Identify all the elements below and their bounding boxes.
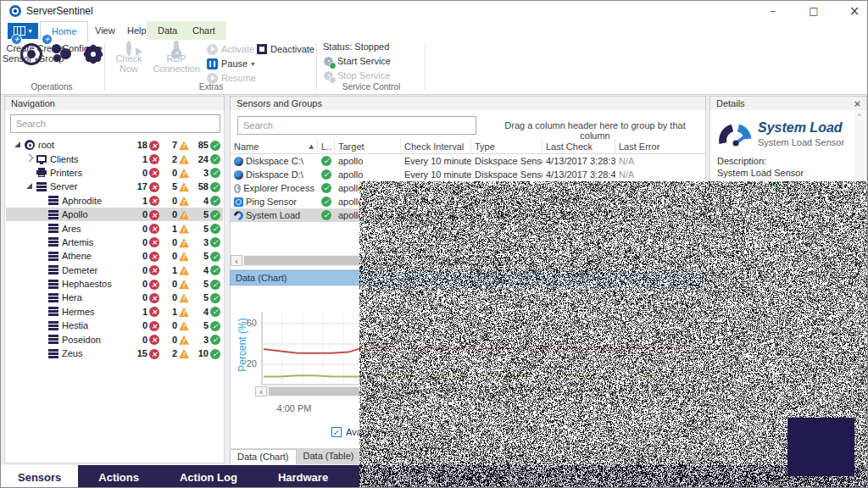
tree-item-athene[interactable]: Athene005 <box>6 249 223 263</box>
legend-item-available-memory[interactable]: Available Memory (%) <box>331 427 437 437</box>
tree-item-aphrodite[interactable]: Aphrodite104 <box>6 194 223 208</box>
tree-item-label: Aphrodite <box>60 196 102 206</box>
sensor-name-cell: Diskspace D:\ <box>231 169 318 180</box>
expanded-arrow-icon[interactable] <box>23 184 35 189</box>
scroll-left-button[interactable]: ‹ <box>231 255 242 266</box>
tree-item-printers[interactable]: Printers003 <box>6 166 223 180</box>
ok-count: 5 <box>192 279 209 289</box>
ok-icon <box>210 334 220 345</box>
tree-item-hestia[interactable]: Hestia005 <box>6 319 223 332</box>
tree-item-hephaestos[interactable]: Hephaestos005 <box>6 277 223 291</box>
close-button[interactable]: × <box>842 3 867 19</box>
minimize-button[interactable]: – <box>760 3 786 19</box>
warning-count: 0 <box>162 209 177 219</box>
activate-button[interactable]: Activate <box>207 43 254 55</box>
cell: Every 10 minute(s) <box>401 197 471 207</box>
error-icon <box>149 236 159 247</box>
tree-item-demeter[interactable]: Demeter014 <box>6 263 223 277</box>
checkbox-checked-icon[interactable] <box>331 427 342 437</box>
warning-icon <box>179 251 189 261</box>
error-icon <box>149 195 159 206</box>
table-row[interactable]: Ping SensorapolloEvery 10 minute(s)Ping … <box>231 195 705 208</box>
tree-item-label: Printers <box>48 168 82 178</box>
chart-scroll-left-button[interactable]: ‹ <box>255 386 267 396</box>
server-icon <box>47 210 60 219</box>
cell: Every 10 minute(s) <box>401 183 471 193</box>
rdp-connection-button[interactable]: × RDP Connection <box>150 43 203 74</box>
horizontal-scrollbar[interactable] <box>242 255 705 266</box>
warning-count: 1 <box>162 224 177 234</box>
close-icon[interactable]: × <box>854 97 861 111</box>
column-header-last-result[interactable]: L.. <box>318 139 335 153</box>
warning-icon <box>179 292 189 302</box>
check-now-button[interactable]: Check Now <box>109 43 148 74</box>
scrollbar-thumb[interactable] <box>269 387 701 396</box>
expanded-arrow-icon[interactable] <box>11 142 23 147</box>
tree-item-zeus[interactable]: Zeus15210 <box>6 347 223 360</box>
cell: Diskspace Sensor <box>471 169 542 180</box>
table-row[interactable]: Explorer ProcessapolloEvery 10 minute(s)… <box>231 181 705 195</box>
tree-item-clients[interactable]: Clients1224 <box>6 152 223 165</box>
error-count: 17 <box>127 181 147 191</box>
tree-item-artemis[interactable]: Artemis003 <box>6 236 223 249</box>
warning-icon <box>179 196 189 206</box>
navigation-panel: root18785Clients1224Printers003Server175… <box>4 110 225 463</box>
warning-count: 0 <box>162 292 177 302</box>
chart-horizontal-scrollbar[interactable] <box>267 386 704 396</box>
details-panel-header: Details × <box>709 96 867 111</box>
y-tick-20: 20 <box>242 358 257 369</box>
column-header-target[interactable]: Target <box>335 139 401 153</box>
tab-data-table[interactable]: Data (Table) <box>297 449 361 464</box>
column-header-type[interactable]: Type <box>471 139 542 153</box>
ok-icon <box>210 279 220 290</box>
tree-item-ares[interactable]: Ares015 <box>6 221 223 235</box>
column-header-last-check[interactable]: Last Check <box>542 139 615 153</box>
bottom-tab-actions[interactable]: Actions <box>78 465 159 488</box>
details-scrollbar[interactable]: ^ <box>854 112 865 454</box>
cell: System Load Sensor <box>471 210 542 220</box>
tree-item-apollo[interactable]: Apollo005 <box>6 208 223 221</box>
ok-count: 4 <box>192 265 209 275</box>
sensors-search-input[interactable] <box>237 116 476 135</box>
start-service-button[interactable]: Start Service <box>323 55 391 67</box>
configure-button[interactable]: Configure <box>60 43 104 53</box>
server-icon <box>47 237 60 247</box>
collapsed-arrow-icon[interactable] <box>23 157 35 161</box>
warning-count: 7 <box>162 140 177 150</box>
corrupted-overlay-block <box>787 418 854 476</box>
tree-item-hera[interactable]: Hera005 <box>6 291 223 304</box>
column-header-name[interactable]: Name▲ <box>231 139 318 153</box>
tree-item-root[interactable]: root18785 <box>6 138 223 152</box>
pause-button[interactable]: Pause ▾ <box>207 58 254 69</box>
table-row[interactable]: Diskspace C:\apolloEvery 10 minute(s)Dis… <box>231 154 705 168</box>
disk-sensor-icon <box>234 170 243 180</box>
tree-item-hermes[interactable]: Hermes114 <box>6 305 223 319</box>
column-header-check-interval[interactable]: Check Interval <box>401 139 471 153</box>
maximize-button[interactable]: □ <box>801 3 826 19</box>
table-row[interactable]: Diskspace D:\apolloEvery 10 minute(s)Dis… <box>231 168 705 181</box>
tree-item-label: Poseidon <box>60 335 101 345</box>
bottom-tab-hardware[interactable]: Hardware <box>258 465 348 488</box>
stop-service-button[interactable]: Stop Service <box>323 69 390 81</box>
tree-item-poseidon[interactable]: Poseidon003 <box>6 332 223 346</box>
warning-count: 0 <box>162 251 177 261</box>
column-header-last-error[interactable]: Last Error <box>615 139 700 153</box>
ping-sensor-icon <box>234 197 243 207</box>
stop-square-icon <box>257 44 267 54</box>
description-label: Description: <box>717 156 766 166</box>
cell: Every 10 minute(s) <box>401 156 471 166</box>
deactivate-button[interactable]: Deactivate <box>257 43 314 55</box>
server-icon <box>47 293 60 302</box>
table-row[interactable]: System LoadapolloEvery 10 minute(s)Syste… <box>231 208 705 222</box>
bottom-tab-action-log[interactable]: Action Log <box>159 465 258 488</box>
tab-data-chart[interactable]: Data (Chart) <box>230 449 297 464</box>
ok-icon <box>210 167 220 178</box>
tree-item-server[interactable]: Server17558 <box>6 180 223 193</box>
group-by-hint: Drag a column header here to group by th… <box>489 120 701 141</box>
warning-icon <box>179 265 189 275</box>
navigation-search-input[interactable] <box>10 114 220 133</box>
scrollbar-thumb[interactable] <box>244 256 702 265</box>
tab-chart[interactable]: Chart <box>181 21 226 40</box>
y-tick-60: 60 <box>242 318 257 328</box>
bottom-tab-sensors[interactable]: Sensors <box>1 465 78 488</box>
